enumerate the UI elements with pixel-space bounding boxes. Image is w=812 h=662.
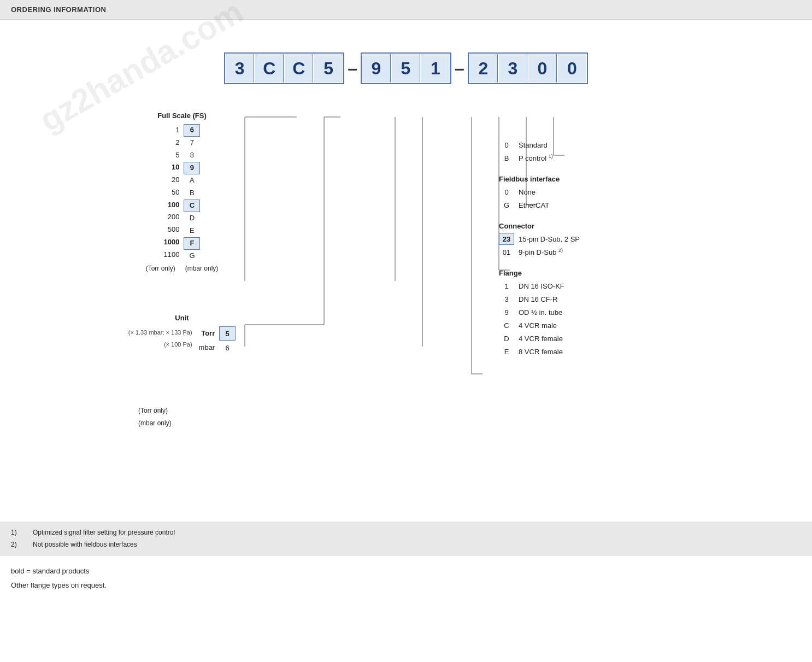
footer-notes: 1) Optimized signal filter setting for p…	[0, 522, 812, 556]
unit-table: (× 1.33 mbar; × 133 Pa) (× 100 Pa) Torr …	[105, 326, 258, 355]
footnote-1-text: Optimized signal filter setting for pres…	[33, 527, 175, 539]
mbar-only-side-label: (mbar only)	[138, 419, 172, 427]
footnote-2-num: 2)	[11, 539, 22, 551]
unit-labels: (× 1.33 mbar; × 133 Pa) (× 100 Pa)	[128, 326, 192, 350]
p-control-label-standard: Standard	[519, 141, 548, 149]
footnote-1-num: 1)	[11, 527, 22, 539]
flange-code-E: E	[499, 345, 514, 358]
flange-code-1: 1	[499, 280, 514, 292]
bottom-text: bold = standard products Other flange ty…	[0, 556, 812, 598]
fs-codes: 6 7 8 9 A B C D E F G	[184, 124, 200, 262]
p-control-row-B: B P control 1)	[499, 152, 707, 164]
dash-1: –	[348, 58, 357, 79]
flange-code-3: 3	[499, 293, 514, 305]
p-control-row-0: 0 Standard	[499, 139, 707, 151]
p-control-rows: 0 Standard B P control 1)	[499, 139, 707, 164]
connector-row-23: 23 15-pin D-Sub, 2 SP	[499, 233, 707, 245]
unit-section: Unit (× 1.33 mbar; × 133 Pa) (× 100 Pa) …	[105, 314, 258, 355]
footnote-1: 1) Optimized signal filter setting for p…	[11, 527, 801, 539]
fs-code-6: 6	[184, 124, 200, 137]
flange-code-9: 9	[499, 306, 514, 318]
right-section: 0 Standard B P control 1) Fieldbus inter…	[499, 139, 707, 368]
connector-code-01: 01	[499, 246, 514, 258]
header-title: ORDERING INFORMATION	[11, 5, 106, 14]
model-group-1: 3 C C 5	[224, 52, 344, 84]
footnote-2: 2) Not possible with fieldbus interfaces	[11, 539, 801, 551]
model-number-display: 3 C C 5 – 9 5 1 – 2 3 0 0	[22, 52, 790, 84]
flange-row-1: 1 DN 16 ISO-KF	[499, 280, 707, 292]
fieldbus-code-G: G	[499, 199, 514, 211]
flange-label-9: OD ½ in. tube	[519, 308, 562, 317]
flange-row-3: 3 DN 16 CF-R	[499, 293, 707, 305]
fs-code-C: C	[184, 200, 200, 212]
p-control-code-0: 0	[499, 139, 514, 151]
digit-5b: 5	[392, 54, 420, 83]
connector-code-23: 23	[499, 233, 514, 245]
p-control-code-B: B	[499, 152, 514, 164]
fieldbus-code-0: 0	[499, 186, 514, 198]
digit-3b: 3	[499, 54, 527, 83]
flange-title: Flange	[499, 269, 707, 277]
fs-code-G: G	[184, 250, 200, 262]
flange-label-E: 8 VCR female	[519, 348, 563, 356]
flange-label-C: 4 VCR male	[519, 321, 557, 330]
other-flange-line: Other flange types on request.	[11, 578, 801, 593]
fieldbus-block: Fieldbus interface 0 None G EtherCAT	[499, 175, 707, 211]
mbar-only-label: (mbar only)	[185, 265, 219, 272]
footnote-2-text: Not possible with fieldbus interfaces	[33, 539, 137, 551]
flange-row-C: C 4 VCR male	[499, 319, 707, 331]
fs-code-B: B	[184, 187, 200, 200]
fs-code-A: A	[184, 174, 200, 187]
unit-code-5: 5	[219, 326, 236, 341]
digit-1: 1	[421, 54, 450, 83]
fieldbus-label-none: None	[519, 188, 536, 196]
fs-code-F: F	[184, 237, 200, 250]
digit-3: 3	[226, 54, 254, 83]
bold-products-line: bold = standard products	[11, 564, 801, 578]
digit-9: 9	[362, 54, 391, 83]
flange-row-D: D 4 VCR female	[499, 332, 707, 344]
digit-5: 5	[314, 54, 343, 83]
fs-code-7: 7	[184, 137, 200, 149]
fs-code-D: D	[184, 212, 200, 225]
flange-label-D: 4 VCR female	[519, 335, 563, 343]
flange-code-D: D	[499, 332, 514, 344]
dash-2: –	[455, 58, 464, 79]
flange-block: Flange 1 DN 16 ISO-KF 3 DN 16 CF-R 9 OD …	[499, 269, 707, 358]
digit-C2: C	[285, 54, 313, 83]
page-header: ORDERING INFORMATION	[0, 0, 812, 20]
flange-row-E: E 8 VCR female	[499, 345, 707, 358]
connector-title: Connector	[499, 222, 707, 230]
flange-row-9: 9 OD ½ in. tube	[499, 306, 707, 318]
digit-0a: 0	[528, 54, 557, 83]
fieldbus-title: Fieldbus interface	[499, 175, 707, 183]
fs-code-9: 9	[184, 162, 200, 174]
fieldbus-rows: 0 None G EtherCAT	[499, 186, 707, 211]
full-scale-title: Full Scale (FS)	[105, 112, 258, 120]
connector-label-01: 9-pin D-Sub 2)	[519, 248, 563, 256]
fieldbus-row-0: 0 None	[499, 186, 707, 198]
unit-title: Unit	[105, 314, 258, 322]
digit-2: 2	[469, 54, 498, 83]
fieldbus-row-G: G EtherCAT	[499, 199, 707, 211]
flange-code-C: C	[499, 319, 514, 331]
fs-values: 1 2 5 10 20 50 100 200 500 1000 1100	[164, 124, 180, 261]
model-group-3: 2 3 0 0	[468, 52, 588, 84]
fs-code-8: 8	[184, 149, 200, 162]
fs-code-E: E	[184, 225, 200, 237]
p-control-block: 0 Standard B P control 1)	[499, 139, 707, 164]
flange-rows: 1 DN 16 ISO-KF 3 DN 16 CF-R 9 OD ½ in. t…	[499, 280, 707, 358]
unit-code-6: 6	[219, 341, 236, 355]
full-scale-section: Full Scale (FS) 1 2 5 10 20 50 100 200 5…	[105, 112, 258, 272]
unit-codes: 5 6	[219, 326, 236, 355]
full-scale-table: 1 2 5 10 20 50 100 200 500 1000 1100 6 7…	[105, 124, 258, 262]
connector-block: Connector 23 15-pin D-Sub, 2 SP 01 9-pin…	[499, 222, 707, 258]
digit-C1: C	[255, 54, 284, 83]
flange-label-1: DN 16 ISO-KF	[519, 282, 564, 290]
torr-only-label: (Torr only)	[146, 265, 175, 272]
unit-names: Torr mbar	[199, 326, 215, 355]
torr-only-side-label: (Torr only)	[138, 407, 168, 414]
model-group-2: 9 5 1	[361, 52, 451, 84]
p-control-label-B: P control 1)	[519, 154, 553, 162]
fieldbus-label-ethercat: EtherCAT	[519, 201, 549, 209]
